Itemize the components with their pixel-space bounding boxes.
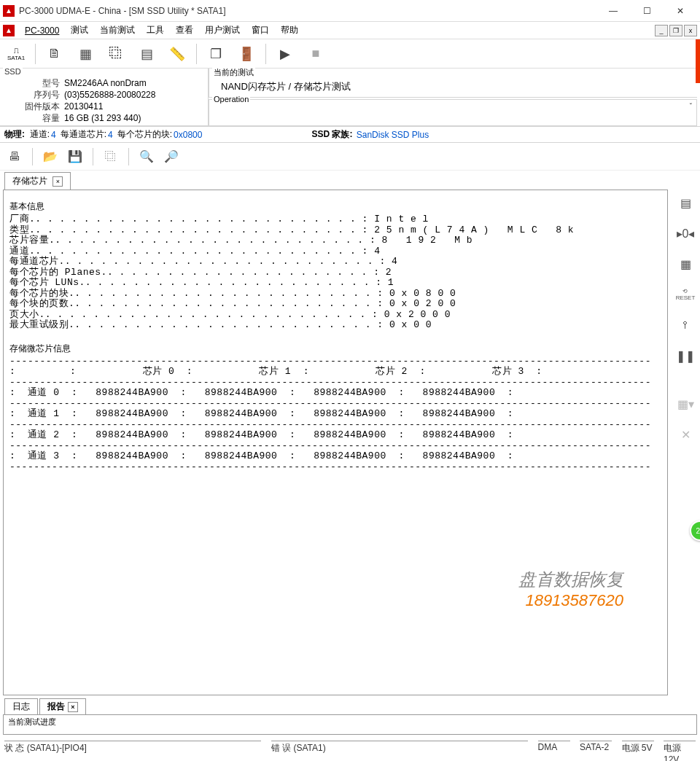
status-group-heading: 状 态 (SATA1)-[PIO4]: [4, 741, 261, 761]
tb-stop-icon[interactable]: ■: [303, 42, 329, 66]
menu-help[interactable]: 帮助: [275, 23, 304, 38]
menu-tools[interactable]: 工具: [141, 23, 170, 38]
side-tools-icon[interactable]: ✕: [675, 424, 696, 445]
progress-panel: 当前测试进度: [3, 714, 697, 735]
tb-doc-icon[interactable]: 🗎: [42, 42, 68, 66]
side-tune-icon[interactable]: ⫯: [675, 315, 696, 335]
tab-log[interactable]: 日志: [4, 698, 38, 714]
tab-storage-chip[interactable]: 存储芯片 ×: [4, 172, 71, 190]
side-list-icon[interactable]: ▤: [675, 192, 696, 213]
folder-open-icon[interactable]: 📂: [40, 147, 61, 167]
mdi-close[interactable]: x: [684, 25, 697, 36]
print-icon[interactable]: 🖶: [4, 147, 25, 167]
red-marker: [696, 39, 700, 83]
menu-test[interactable]: 测试: [65, 23, 94, 38]
status-group-heading: 电源 12V: [664, 741, 696, 761]
app-icon-small: ▲: [3, 25, 15, 36]
device-info-row: SSD 型号SM2246AA nonDram 序列号(03)5526888-20…: [0, 69, 700, 127]
status-group-heading: SATA-2: [580, 741, 612, 761]
status-group-heading: 错 误 (SATA1): [271, 741, 528, 761]
window-title: PC-3000 UDMA-E - China - [SM SSD Utility…: [19, 6, 596, 16]
find-next-icon[interactable]: 🔎: [161, 147, 182, 167]
watermark: 盘首数据恢复 18913587620: [518, 568, 623, 610]
tab-report[interactable]: 报告×: [39, 698, 86, 714]
phys-chips-per-ch: 4: [108, 130, 113, 140]
tb-copy-icon[interactable]: ⿻: [103, 42, 129, 66]
tb-sheet-icon[interactable]: ▤: [133, 42, 160, 66]
copy-icon[interactable]: ⿻: [101, 147, 121, 167]
operation-panel[interactable]: Operation ˇ: [209, 99, 697, 126]
side-reset-button[interactable]: ⟲RESET: [675, 284, 696, 305]
ssd-serial: (03)5526888-20080228: [64, 89, 155, 101]
right-toolbar: ▤ ▸0◂ ▦ ⟲RESET ⫯ ❚❚ ▦▾ ✕: [671, 190, 700, 695]
side-chip-icon[interactable]: ▦: [675, 254, 696, 274]
tab-report-close[interactable]: ×: [68, 702, 78, 712]
ssd-capacity: 16 GB (31 293 440): [64, 112, 141, 124]
window-titlebar: ▲ PC-3000 UDMA-E - China - [SM SSD Utili…: [0, 0, 700, 22]
mdi-minimize[interactable]: _: [655, 25, 668, 36]
tb-ruler-icon[interactable]: 📏: [164, 42, 190, 66]
side-chip2-icon[interactable]: ▦▾: [675, 394, 696, 414]
basic-info-block: 厂商.. . . . . . . . . . . . . . . . . . .…: [9, 214, 661, 331]
secondary-toolbar: 🖶 📂 💾 ⿻ 🔍 🔎: [0, 143, 700, 171]
main-toolbar: ⎍SATA1 🗎 ▦ ⿻ ▤ 📏 ❐ 🚪 ▶ ■: [0, 39, 700, 69]
menubar: ▲ PC-3000 测试 当前测试 工具 查看 用户测试 窗口 帮助 _ ❐ x: [0, 22, 700, 39]
phys-blocks-per-chip: 0x0800: [174, 130, 202, 140]
tb-chip-icon[interactable]: ▦: [72, 42, 98, 66]
content-tabs: 存储芯片 ×: [0, 171, 700, 190]
status-led-area: 状 态 (SATA1)-[PIO4]错 误 (SATA1)DMASATA-2电源…: [0, 739, 700, 761]
tb-exit-icon[interactable]: 🚪: [233, 42, 260, 66]
output-panel[interactable]: 基本信息 厂商.. . . . . . . . . . . . . . . . …: [3, 190, 668, 695]
ssd-model: SM2246AA nonDram: [64, 77, 147, 89]
status-group-heading: 电源 5V: [622, 741, 654, 761]
menu-current-test[interactable]: 当前测试: [94, 23, 141, 38]
side-pause-icon[interactable]: ❚❚: [675, 346, 696, 366]
side-io-icon[interactable]: ▸0◂: [675, 223, 696, 243]
ssd-info-panel: SSD 型号SM2246AA nonDram 序列号(03)5526888-20…: [0, 69, 209, 126]
minimize-button[interactable]: —: [596, 0, 630, 22]
bottom-tabs: 日志 报告×: [0, 697, 700, 714]
tab-close-icon[interactable]: ×: [52, 176, 63, 187]
tb-stack-icon[interactable]: ❐: [203, 42, 229, 66]
menu-user-test[interactable]: 用户测试: [199, 23, 246, 38]
app-icon: ▲: [3, 5, 15, 17]
chip-table: ----------------------------------------…: [9, 356, 661, 473]
current-test-name: NAND闪存芯片 / 存储芯片测试: [215, 70, 691, 93]
mdi-restore[interactable]: ❐: [669, 25, 682, 36]
menu-window[interactable]: 窗口: [246, 23, 275, 38]
section-basic-info: 基本信息: [9, 200, 661, 213]
find-icon[interactable]: 🔍: [136, 147, 157, 167]
physical-info-row: 物理: 通道:4 每通道芯片:4 每个芯片的块:0x0800 SSD 家族: S…: [0, 127, 700, 143]
tb-play-icon[interactable]: ▶: [272, 42, 298, 66]
ssd-firmware: 20130411: [64, 101, 103, 112]
ssd-family: SanDisk SSD Plus: [357, 130, 429, 140]
maximize-button[interactable]: ☐: [630, 0, 664, 22]
sata-port-button[interactable]: ⎍SATA1: [3, 42, 29, 66]
close-button[interactable]: ✕: [664, 0, 697, 22]
menu-pc3000[interactable]: PC-3000: [19, 24, 65, 37]
save-icon[interactable]: 💾: [65, 147, 85, 167]
menu-view[interactable]: 查看: [170, 23, 199, 38]
chevron-down-icon[interactable]: ˇ: [690, 103, 692, 111]
current-test-panel: 当前的测试 NAND闪存芯片 / 存储芯片测试: [209, 69, 697, 98]
phys-channels: 4: [51, 130, 56, 140]
section-chip-info: 存储微芯片信息: [9, 343, 661, 355]
status-group-heading: DMA: [538, 741, 570, 761]
